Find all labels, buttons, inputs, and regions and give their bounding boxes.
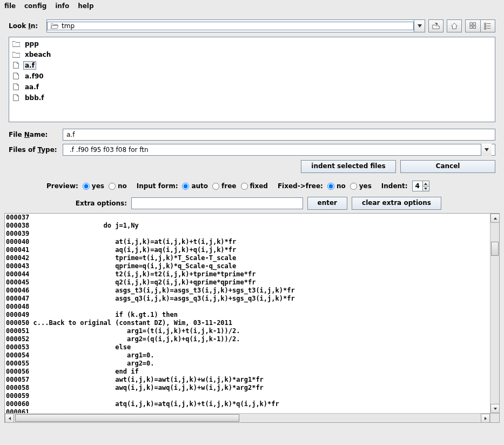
filetype-value: .f .f90 f95 f03 f08 for ftn <box>66 146 481 154</box>
chevron-down-icon <box>424 188 427 190</box>
filename-input[interactable] <box>63 129 495 141</box>
grid-icon <box>469 22 477 30</box>
fixed2free-label: Fixed->free: <box>278 182 323 190</box>
preview-label: Preview: <box>46 182 78 190</box>
folder-up-icon <box>432 22 440 30</box>
file-item[interactable]: bbb.f <box>10 92 494 103</box>
chevron-down-icon <box>485 148 489 151</box>
filetype-label: Files of Type: <box>9 146 63 154</box>
inputform-free-radio[interactable]: free <box>212 182 236 190</box>
file-item-label: a.f90 <box>23 72 45 81</box>
details-view-button[interactable] <box>480 19 495 32</box>
fixed2free-no-radio[interactable]: no <box>327 182 346 190</box>
file-chooser: Look In: tmp pppxbea <box>0 11 504 213</box>
up-one-level-button[interactable] <box>428 19 443 32</box>
file-item-label: ppp <box>23 39 41 48</box>
vertical-scroll-thumb[interactable] <box>491 242 499 256</box>
chevron-up-icon <box>494 217 497 220</box>
extra-options-label: Extra options: <box>63 200 127 207</box>
chevron-right-icon <box>485 417 487 420</box>
scroll-right-button[interactable] <box>481 414 490 423</box>
file-icon <box>12 72 20 80</box>
preview-yes-radio[interactable]: yes <box>83 182 104 190</box>
file-icon <box>12 83 20 91</box>
horizontal-scroll-thumb[interactable] <box>15 414 239 422</box>
file-item-label: aa.f <box>23 83 41 91</box>
indent-selected-button[interactable]: indent selected files <box>301 160 396 173</box>
clear-extra-button[interactable]: clear extra options <box>352 197 441 210</box>
fixed2free-group: Fixed->free: no yes <box>278 182 372 190</box>
indent-label: Indent: <box>381 182 408 190</box>
code-preview[interactable]: 000037 000038 do j=1,Ny 000039 000040 at… <box>5 214 499 422</box>
file-icon <box>12 94 20 102</box>
menu-help[interactable]: help <box>76 1 98 11</box>
filetype-dropdown-button[interactable] <box>481 144 492 156</box>
folder-icon <box>12 40 20 48</box>
cancel-button[interactable]: Cancel <box>400 160 495 173</box>
inputform-fixed-radio[interactable]: fixed <box>241 182 268 190</box>
menu-file[interactable]: file <box>2 1 20 11</box>
file-item-label: bbb.f <box>23 94 46 102</box>
file-item[interactable]: aa.f <box>10 82 494 92</box>
scroll-down-button[interactable] <box>490 404 500 413</box>
lookin-combo[interactable]: tmp <box>46 19 425 32</box>
folder-open-icon <box>51 22 58 30</box>
lookin-value: tmp <box>62 22 75 30</box>
file-list[interactable]: pppxbeacha.fa.f90aa.fbbb.f <box>9 37 495 122</box>
file-item[interactable]: a.f <box>10 60 494 71</box>
icons-view-button[interactable] <box>465 19 480 32</box>
file-item[interactable]: ppp <box>10 38 494 49</box>
menu-info[interactable]: info <box>53 1 73 11</box>
preview-group: Preview: yes no <box>46 182 127 190</box>
lookin-dropdown-button[interactable] <box>414 20 425 32</box>
scroll-left-button[interactable] <box>5 414 14 423</box>
indent-value: 4 <box>413 182 422 190</box>
fixed2free-yes-radio[interactable]: yes <box>350 182 372 190</box>
indent-down-button[interactable] <box>422 186 429 191</box>
inputform-auto-radio[interactable]: auto <box>182 182 208 190</box>
chevron-up-icon <box>424 183 427 185</box>
vertical-scrollbar[interactable] <box>490 214 499 413</box>
inputform-group: Input form: auto free fixed <box>137 182 268 190</box>
file-item[interactable]: a.f90 <box>10 71 494 82</box>
chevron-down-icon <box>494 408 497 410</box>
indent-up-button[interactable] <box>422 181 429 186</box>
horizontal-scrollbar[interactable] <box>5 413 490 422</box>
scroll-up-button[interactable] <box>490 214 500 223</box>
file-item-label: xbeach <box>23 50 52 59</box>
file-item[interactable]: xbeach <box>10 49 494 60</box>
indent-group: Indent: 4 <box>381 181 429 191</box>
inputform-label: Input form: <box>137 182 178 190</box>
menubar: file config info help <box>0 0 504 11</box>
filetype-combo[interactable]: .f .f90 f95 f03 f08 for ftn <box>63 144 495 156</box>
home-icon <box>451 22 458 30</box>
file-item-label: a.f <box>23 61 36 70</box>
folder-icon <box>12 51 20 58</box>
file-icon <box>12 62 20 69</box>
chevron-down-icon <box>418 24 422 28</box>
scroll-corner <box>490 413 499 422</box>
home-button[interactable] <box>447 19 462 32</box>
enter-button[interactable]: enter <box>307 197 347 210</box>
preview-no-radio[interactable]: no <box>109 182 127 190</box>
code-preview-pane: 000037 000038 do j=1,Ny 000039 000040 at… <box>4 213 500 423</box>
list-icon <box>484 22 492 30</box>
menu-config[interactable]: config <box>22 1 51 11</box>
chevron-left-icon <box>9 417 11 420</box>
filename-label: File Name: <box>9 131 63 138</box>
extra-options-input[interactable] <box>131 197 303 209</box>
indent-spinner[interactable]: 4 <box>412 181 429 191</box>
lookin-label: Look In: <box>9 22 46 30</box>
